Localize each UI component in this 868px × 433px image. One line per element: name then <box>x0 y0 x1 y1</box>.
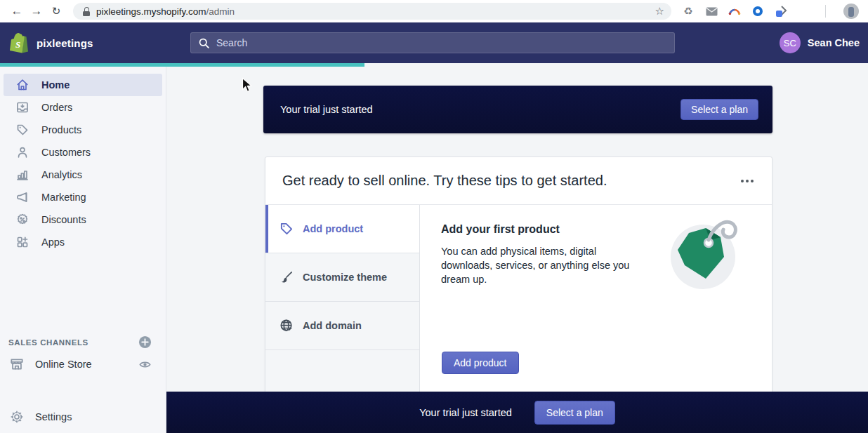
analytics-icon <box>15 168 29 182</box>
rainbow-extension-icon[interactable] <box>728 4 742 18</box>
tag-icon <box>279 221 294 237</box>
add-product-button[interactable]: Add product <box>442 352 519 374</box>
sidebar-nav: Home Orders Products Customers <box>0 74 166 253</box>
user-menu[interactable]: SC Sean Chee <box>780 22 860 63</box>
toolbar-divider <box>825 5 826 18</box>
sidebar-item-settings[interactable]: Settings <box>0 406 166 428</box>
lock-icon <box>83 7 90 16</box>
user-name: Sean Chee <box>808 37 860 48</box>
sidebar-item-discounts[interactable]: Discounts <box>4 208 162 231</box>
sidebar-item-label: Apps <box>41 237 65 248</box>
marketing-megaphone-icon <box>15 190 29 204</box>
setup-tabs: Add product Customize theme Add domain <box>265 205 420 404</box>
sidebar-item-label: Settings <box>35 411 72 422</box>
sidebar-item-label: Marketing <box>41 192 86 203</box>
sidebar-item-online-store[interactable]: Online Store <box>0 353 166 375</box>
tab-add-product[interactable]: Add product <box>265 205 419 253</box>
mail-extension-icon[interactable] <box>704 4 718 18</box>
paintbrush-icon <box>279 269 294 285</box>
sidebar-item-label: Products <box>41 124 81 135</box>
add-sales-channel-button[interactable] <box>138 335 152 349</box>
store-name: pixleetings <box>37 37 93 49</box>
products-tag-icon <box>15 123 29 137</box>
sidebar-item-orders[interactable]: Orders <box>4 96 162 119</box>
sidebar-item-apps[interactable]: Apps <box>4 231 162 253</box>
url-bar[interactable]: pixleetings.myshopify.com/admin ☆ <box>73 3 671 20</box>
card-overflow-menu-button[interactable] <box>739 175 755 187</box>
storefront-icon <box>9 357 25 372</box>
browser-profile-avatar[interactable] <box>843 4 859 19</box>
trial-banner-message: Your trial just started <box>280 104 373 115</box>
setup-card-header: Get ready to sell online. Try these tips… <box>265 157 772 205</box>
eye-icon <box>138 358 152 371</box>
tab-label: Add domain <box>303 320 362 331</box>
shopify-logo-icon: S <box>10 32 29 53</box>
svg-text:S: S <box>15 39 20 50</box>
sidebar-item-label: Orders <box>41 102 72 113</box>
globe-icon <box>279 318 294 333</box>
search-bar[interactable] <box>190 32 675 53</box>
sidebar: Home Orders Products Customers <box>0 63 166 433</box>
trial-banner: Your trial just started Select a plan <box>263 86 772 133</box>
select-plan-button[interactable]: Select a plan <box>680 99 758 120</box>
sidebar-item-label: Discounts <box>41 214 86 225</box>
search-input[interactable] <box>216 37 667 48</box>
tab-add-domain[interactable]: Add domain <box>265 302 419 350</box>
footer-select-plan-button[interactable]: Select a plan <box>534 401 615 425</box>
plus-circle-icon <box>138 335 152 349</box>
footer-trial-bar: Your trial just started Select a plan <box>166 392 868 433</box>
sidebar-item-products[interactable]: Products <box>4 119 162 141</box>
ring-extension-icon[interactable] <box>751 4 765 18</box>
palette-extension-icon[interactable] <box>797 6 808 17</box>
user-avatar: SC <box>780 32 801 53</box>
back-icon[interactable]: ← <box>7 1 27 21</box>
sidebar-item-label: Online Store <box>35 359 92 370</box>
shopify-topbar: S pixleetings SC Sean Chee <box>0 22 868 63</box>
sidebar-item-label: Customers <box>41 147 91 158</box>
url-text: pixleetings.myshopify.com/admin <box>96 6 235 17</box>
browser-chrome: ← → ↻ pixleetings.myshopify.com/admin ☆ … <box>0 0 868 22</box>
sidebar-item-customers[interactable]: Customers <box>4 141 162 164</box>
sales-channels-header: SALES CHANNELS <box>0 335 166 349</box>
refresh-icon[interactable]: ↻ <box>46 1 66 21</box>
sidebar-item-analytics[interactable]: Analytics <box>4 164 162 186</box>
main-content: Your trial just started Select a plan Ge… <box>166 63 868 433</box>
discounts-icon <box>15 213 29 227</box>
eyedropper-icon <box>775 5 787 18</box>
sidebar-item-marketing[interactable]: Marketing <box>4 186 162 208</box>
url-domain: pixleetings.myshopify.com <box>96 6 206 17</box>
store-brand-link[interactable]: S pixleetings <box>10 32 93 53</box>
tab-label: Add product <box>303 223 363 234</box>
arc-icon <box>728 7 741 15</box>
sidebar-item-label: Home <box>41 79 70 91</box>
sales-channels-heading: SALES CHANNELS <box>8 338 88 347</box>
bookmark-star-icon[interactable]: ☆ <box>655 5 664 18</box>
customers-icon <box>15 145 29 159</box>
add-product-panel: Add your first product You can add physi… <box>420 205 772 404</box>
forward-icon[interactable]: → <box>27 1 46 21</box>
footer-trial-message: Your trial just started <box>419 407 512 418</box>
home-icon <box>15 78 29 92</box>
gear-icon <box>10 410 24 424</box>
recycle-extension-icon[interactable]: ♻ <box>681 4 695 18</box>
url-path: /admin <box>206 6 235 17</box>
panel-body-text: You can add physical items, digital down… <box>441 244 641 286</box>
setup-card-body: Add product Customize theme Add domain <box>265 205 772 404</box>
search-icon <box>198 37 210 49</box>
tab-customize-theme[interactable]: Customize theme <box>265 253 419 302</box>
sidebar-item-home[interactable]: Home <box>4 74 162 96</box>
setup-card: Get ready to sell online. Try these tips… <box>265 156 772 404</box>
view-online-store-button[interactable] <box>138 358 152 371</box>
orders-icon <box>15 100 29 114</box>
envelope-icon <box>706 7 718 16</box>
product-tag-illustration <box>664 206 742 292</box>
loading-progress-bar <box>0 63 364 67</box>
apps-icon <box>15 235 29 249</box>
extensions-row: ♻ ↑ <box>681 4 868 19</box>
page: ← → ↻ pixleetings.myshopify.com/admin ☆ … <box>0 0 868 433</box>
eyedropper-extension-icon[interactable] <box>774 4 788 18</box>
sidebar-item-label: Analytics <box>41 169 82 180</box>
tab-label: Customize theme <box>303 272 387 283</box>
setup-card-title: Get ready to sell online. Try these tips… <box>282 173 607 189</box>
